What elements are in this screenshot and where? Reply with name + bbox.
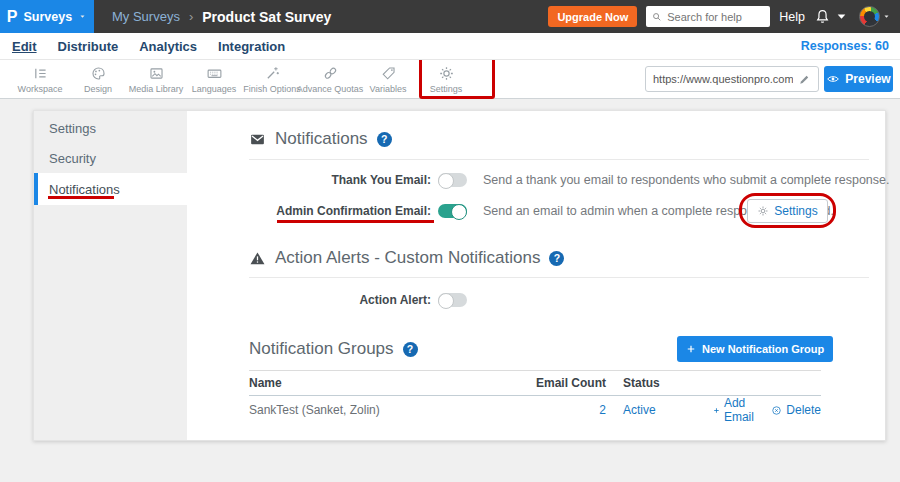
toolbar-item-variables[interactable]: Variables: [359, 60, 417, 98]
sidebar-item-notifications[interactable]: Notifications: [34, 173, 187, 205]
eye-icon: [826, 72, 840, 86]
thank-you-email-description: Send a thank you email to respondents wh…: [483, 173, 890, 187]
thank-you-email-row: Thank You Email: Send a thank you email …: [187, 170, 890, 190]
questionpro-logo-icon: P: [7, 8, 18, 26]
col-header-email-count: Email Count: [516, 376, 606, 390]
group-name: SankTest (Sanket, Zolin): [249, 403, 516, 417]
annotation-underline-notifications: [48, 196, 114, 199]
email-count-link[interactable]: 2: [599, 403, 606, 417]
avatar: [859, 6, 880, 27]
notifications-bell-menu[interactable]: [814, 8, 850, 25]
plus-icon: [713, 405, 720, 416]
tab-distribute[interactable]: Distribute: [58, 39, 119, 54]
image-icon: [148, 65, 165, 82]
help-icon[interactable]: ?: [549, 251, 564, 266]
magic-wand-icon: [264, 65, 281, 82]
topbar-right-cluster: Upgrade Now Help: [548, 6, 900, 27]
keyboard-icon: [206, 65, 223, 82]
admin-email-settings-button[interactable]: Settings: [747, 199, 828, 223]
breadcrumb-separator: ›: [189, 9, 193, 24]
thank-you-email-label: Thank You Email:: [187, 173, 431, 187]
gear-icon: [757, 205, 769, 217]
toolbar-item-languages[interactable]: Languages: [185, 60, 243, 98]
toolbar-item-finish-options[interactable]: Finish Options: [243, 60, 301, 98]
delete-link[interactable]: Delete: [771, 396, 821, 424]
tab-analytics[interactable]: Analytics: [139, 39, 197, 54]
breadcrumb: My Surveys › Product Sat Survey: [112, 9, 331, 25]
plus-icon: [686, 344, 696, 354]
notifications-section-heading: Notifications ?: [249, 129, 392, 149]
responses-count-link[interactable]: Responses: 60: [801, 39, 889, 53]
edit-toolbar: Workspace Design Media Library Languages…: [0, 60, 900, 99]
chevron-down-icon: [78, 12, 87, 21]
tab-integration[interactable]: Integration: [218, 39, 285, 54]
thank-you-email-toggle[interactable]: [438, 173, 467, 187]
action-alert-row: Action Alert:: [187, 290, 467, 310]
notification-groups-heading: Notification Groups ?: [249, 339, 418, 359]
notifications-panel: Notifications ? Thank You Email: Send a …: [187, 111, 887, 440]
gear-icon: [438, 65, 455, 82]
preview-button[interactable]: Preview: [824, 66, 893, 92]
admin-confirmation-email-row: Admin Confirmation Email: Send an email …: [187, 201, 834, 221]
col-header-status: Status: [623, 376, 713, 390]
sidebar-item-security[interactable]: Security: [34, 143, 187, 173]
status-link[interactable]: Active: [623, 403, 656, 417]
toolbar-item-workspace[interactable]: Workspace: [11, 60, 69, 98]
help-search-input[interactable]: [667, 11, 765, 23]
help-icon[interactable]: ?: [377, 132, 392, 147]
palette-icon: [90, 65, 107, 82]
divider: [249, 277, 869, 278]
table-header-row: Name Email Count Status: [249, 370, 821, 396]
toolbar-item-advance-quotas[interactable]: Advance Quotas: [301, 60, 359, 98]
action-alert-toggle[interactable]: [438, 293, 467, 307]
search-icon: [651, 11, 663, 23]
admin-confirmation-email-label: Admin Confirmation Email:: [187, 204, 431, 218]
settings-sidebar: Settings Security Notifications: [34, 111, 187, 440]
toolbar-item-design[interactable]: Design: [69, 60, 127, 98]
toolbar-item-settings[interactable]: Settings: [417, 60, 475, 98]
col-header-name: Name: [249, 376, 516, 390]
account-menu[interactable]: [859, 6, 891, 27]
pencil-edit-icon[interactable]: [798, 73, 811, 86]
warning-triangle-icon: [249, 250, 266, 267]
settings-card: Settings Security Notifications Notifica…: [33, 110, 886, 441]
survey-url-box: [645, 66, 819, 92]
mail-icon: [249, 131, 266, 148]
upgrade-now-button[interactable]: Upgrade Now: [548, 6, 637, 27]
annotation-underline-admin-label: [277, 220, 434, 223]
tab-edit[interactable]: Edit: [12, 39, 37, 54]
product-menu-label: Surveys: [24, 10, 73, 24]
chevron-down-icon: [833, 8, 850, 25]
tag-icon: [380, 65, 397, 82]
toolbar-item-media-library[interactable]: Media Library: [127, 60, 185, 98]
top-bar: P Surveys My Surveys › Product Sat Surve…: [0, 0, 900, 33]
circle-x-icon: [771, 405, 782, 416]
survey-url-input[interactable]: [653, 73, 793, 85]
help-icon[interactable]: ?: [403, 342, 418, 357]
surveys-product-menu[interactable]: P Surveys: [0, 0, 94, 33]
breadcrumb-current-survey: Product Sat Survey: [202, 9, 331, 25]
table-row: SankTest (Sanket, Zolin) 2 Active Add Em…: [249, 396, 821, 424]
help-link[interactable]: Help: [779, 10, 805, 24]
chain-link-icon: [322, 65, 339, 82]
new-notification-group-button[interactable]: New Notification Group: [677, 336, 833, 362]
notification-groups-table: Name Email Count Status SankTest (Sanket…: [249, 370, 821, 424]
divider: [249, 159, 869, 160]
workspace-icon: [32, 65, 49, 82]
admin-confirmation-email-toggle[interactable]: [438, 204, 467, 218]
sidebar-item-settings[interactable]: Settings: [34, 113, 187, 143]
chevron-down-icon: [882, 12, 891, 21]
breadcrumb-my-surveys[interactable]: My Surveys: [112, 9, 180, 24]
action-alert-label: Action Alert:: [187, 293, 431, 307]
bell-icon: [814, 8, 831, 25]
survey-nav: Edit Distribute Analytics Integration Re…: [0, 33, 900, 60]
help-search-box[interactable]: [646, 6, 770, 27]
action-alerts-section-heading: Action Alerts - Custom Notifications ?: [249, 248, 564, 268]
add-email-link[interactable]: Add Email: [713, 396, 758, 424]
